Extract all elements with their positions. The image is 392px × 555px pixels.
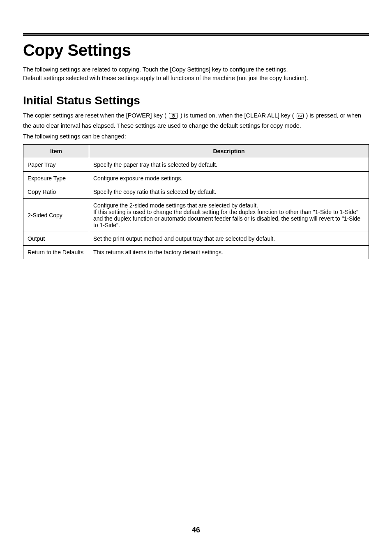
cell-item: Output: [23, 232, 89, 246]
cell-item: Copy Ratio: [23, 185, 89, 199]
section-intro-line1: The copier settings are reset when the […: [23, 111, 369, 131]
settings-table: Item Description Paper Tray Specify the …: [23, 144, 369, 259]
page-number: 46: [0, 526, 392, 534]
table-row: Exposure Type Configure exposure mode se…: [23, 172, 369, 185]
table-row: 2-Sided Copy Configure the 2-sided mode …: [23, 199, 369, 232]
table-row: Paper Tray Specify the paper tray that i…: [23, 158, 369, 172]
subintro-part2: ) is turned on, when the [CLEAR ALL] key…: [180, 112, 294, 119]
cell-description: Configure the 2-sided mode settings that…: [89, 199, 369, 232]
table-body: Paper Tray Specify the paper tray that i…: [23, 158, 369, 259]
power-key-icon: [169, 113, 178, 122]
top-horizontal-rule: [23, 33, 369, 36]
intro-paragraph: The following settings are related to co…: [23, 65, 369, 83]
cell-item: Exposure Type: [23, 172, 89, 185]
table-row: Return to the Defaults This returns all …: [23, 246, 369, 259]
section-title: Initial Status Settings: [23, 94, 369, 107]
subintro-part1: The copier settings are reset when the […: [23, 112, 166, 119]
cell-description: Specify the paper tray that is selected …: [89, 158, 369, 172]
page-title: Copy Settings: [23, 41, 369, 60]
cell-item: 2-Sided Copy: [23, 199, 89, 232]
clear-all-key-icon: CA: [297, 113, 304, 122]
header-description: Description: [89, 145, 369, 158]
cell-item: Paper Tray: [23, 158, 89, 172]
table-header-row: Item Description: [23, 145, 369, 158]
table-row: Copy Ratio Specify the copy ratio that i…: [23, 185, 369, 199]
header-item: Item: [23, 145, 89, 158]
cell-description: Configure exposure mode settings.: [89, 172, 369, 185]
table-row: Output Set the print output method and o…: [23, 232, 369, 246]
cell-description: Specify the copy ratio that is selected …: [89, 185, 369, 199]
cell-description: Set the print output method and output t…: [89, 232, 369, 246]
svg-text:CA: CA: [298, 115, 302, 117]
section-intro-line2: The following settings can be changed:: [23, 132, 369, 141]
cell-item: Return to the Defaults: [23, 246, 89, 259]
cell-description: This returns all items to the factory de…: [89, 246, 369, 259]
